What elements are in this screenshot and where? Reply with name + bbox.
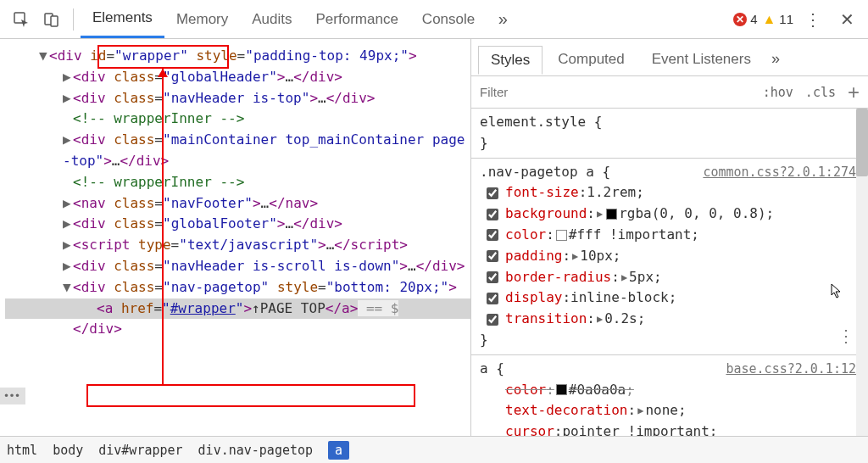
gutter-overflow-icon: ••• [0,388,25,404]
devtools-toolbar: ElementsMemoryAuditsPerformanceConsole »… [0,0,868,39]
css-property[interactable]: transition: ▶0.2s; [480,309,856,330]
css-property[interactable]: color: #0a0a0a; [480,380,856,401]
dom-node[interactable]: ▶<div class="globalFooter">…</div> [5,214,470,235]
css-property[interactable]: background: ▶rgba(0, 0, 0, 0.8); [480,204,856,225]
property-toggle[interactable] [487,250,498,262]
css-property[interactable]: cursor: pointer !important; [480,421,856,436]
new-rule-icon[interactable]: + [848,81,860,104]
dom-node[interactable]: <a href="#wrapper">↑PAGE TOP</a> == $ [5,298,470,320]
source-link[interactable]: base.css?2.0.1:12 [726,360,856,379]
property-toggle[interactable] [487,314,498,326]
css-property[interactable]: border-radius: ▶5px; [480,267,856,288]
warning-icon: ▲ [762,12,776,27]
tab-audits[interactable]: Audits [240,0,303,38]
dom-breadcrumb: htmlbodydiv#wrapperdiv.nav-pagetopa [0,436,868,463]
dom-node[interactable]: ▼<div id="wrapper" style="padding-top: 4… [5,46,470,67]
cls-toggle[interactable]: .cls [805,85,836,100]
device-icon[interactable] [37,5,66,34]
dom-tree[interactable]: ▼<div id="wrapper" style="padding-top: 4… [0,39,470,347]
styles-rules[interactable]: element.style {}.nav-pagetop a {common.c… [471,109,868,436]
separator [73,8,74,31]
dom-node[interactable]: ▶<div class="globalHeader">…</div> [5,67,470,88]
css-property[interactable]: padding: ▶10px; [480,246,856,267]
property-toggle[interactable] [487,271,498,283]
rule-menu-icon[interactable]: ⋮ [837,323,854,349]
css-property[interactable]: text-decoration: ▶none; [480,400,856,421]
close-icon[interactable]: ✕ [832,5,861,34]
scrollbar-thumb[interactable] [856,109,868,176]
css-rule[interactable]: a {base.css?2.0.1:12color: #0a0a0a;text-… [471,355,868,436]
styles-tabs: StylesComputedEvent Listeners» [471,39,868,76]
error-icon: ✕ [733,13,747,26]
elements-panel: ▼<div id="wrapper" style="padding-top: 4… [0,39,471,436]
more-styles-tabs-icon[interactable]: » [771,50,780,68]
css-property[interactable]: font-size: 1.2rem; [480,182,856,204]
warning-count[interactable]: ▲ 11 [762,12,793,27]
warning-number: 11 [779,12,793,26]
css-property[interactable]: color: #fff !important; [480,225,856,246]
dom-node[interactable]: <!-- wrapperInner --> [5,172,470,193]
css-property[interactable]: display: inline-block; [480,287,856,309]
tab-console[interactable]: Console [410,0,487,38]
breadcrumb-item[interactable]: div#wrapper [98,443,182,458]
dom-node[interactable]: ▶<script type="text/javascript">…</scrip… [5,235,470,256]
dom-node[interactable]: ▼<div class="nav-pagetop" style="bottom:… [5,277,470,298]
breadcrumb-item[interactable]: html [7,443,37,458]
filter-bar: :hov .cls + [471,76,868,109]
tab-performance[interactable]: Performance [304,0,410,38]
kebab-menu-icon[interactable]: ⋮ [798,5,827,34]
more-tabs-icon[interactable]: » [488,5,517,34]
css-rule[interactable]: .nav-pagetop a {common.css?2.0.1:274font… [471,159,868,355]
breadcrumb-item[interactable]: a [328,441,349,460]
source-link[interactable]: common.css?2.0.1:274 [703,163,856,182]
dom-node[interactable]: ▶<div class="navHeader is-top">…</div> [5,88,470,109]
panel-tabs: ElementsMemoryAuditsPerformanceConsole [81,0,487,38]
tab-memory[interactable]: Memory [164,0,240,38]
dom-node[interactable]: </div> [5,319,470,340]
dom-node[interactable]: ▶<div class="mainContainer top_mainConta… [5,130,470,172]
css-rule[interactable]: element.style {} [471,109,868,159]
styles-tab-event-listeners[interactable]: Event Listeners [640,46,763,73]
main-split: ▼<div id="wrapper" style="padding-top: 4… [0,39,868,436]
error-number: 4 [750,12,757,26]
tab-elements[interactable]: Elements [81,0,164,38]
property-toggle[interactable] [487,293,498,304]
svg-rect-2 [51,16,58,26]
inspect-icon[interactable] [7,5,36,34]
property-toggle[interactable] [487,209,498,220]
filter-input[interactable] [480,85,751,99]
annotation-box-2 [86,384,415,407]
dom-node[interactable]: ▶<nav class="navFooter">…</nav> [5,193,470,215]
styles-panel: StylesComputedEvent Listeners» :hov .cls… [471,39,868,436]
property-toggle[interactable] [487,187,498,199]
styles-tab-styles[interactable]: Styles [478,46,542,75]
breadcrumb-item[interactable]: body [53,443,83,458]
scrollbar[interactable] [856,109,868,436]
styles-tab-computed[interactable]: Computed [546,46,636,73]
error-count[interactable]: ✕ 4 [733,12,757,26]
hov-toggle[interactable]: :hov [763,85,793,100]
property-toggle[interactable] [487,229,498,241]
dom-node[interactable]: ▶<div class="navHeader is-scroll is-down… [5,256,470,277]
dom-node[interactable]: <!-- wrapperInner --> [5,109,470,130]
breadcrumb-item[interactable]: div.nav-pagetop [198,443,313,458]
